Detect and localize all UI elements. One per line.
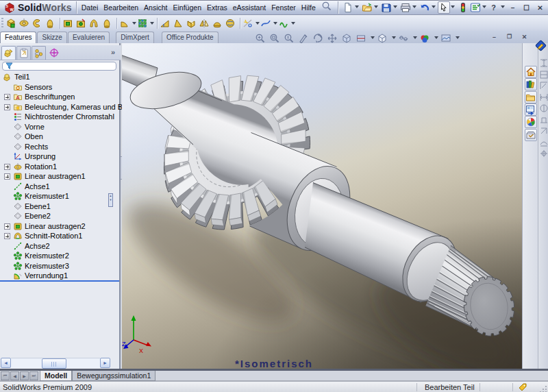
svg-text:*Isometrisch: *Isometrisch (235, 358, 313, 369)
svg-text:Z: Z (122, 341, 126, 347)
svg-text:X: X (139, 347, 143, 354)
svg-text:A: A (16, 95, 20, 101)
